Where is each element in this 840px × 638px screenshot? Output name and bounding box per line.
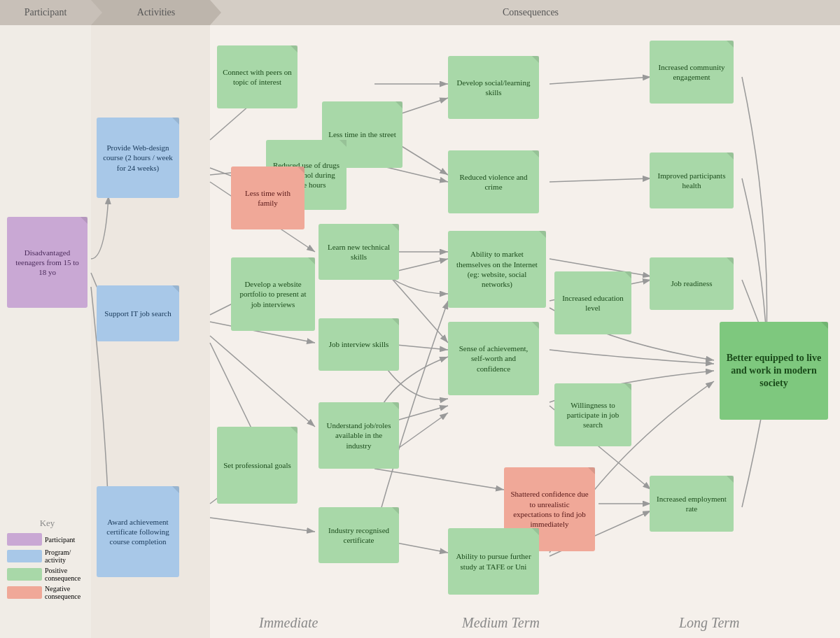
card-long5: Increased employment rate (650, 476, 734, 532)
card-participant: Disadvantaged teenagers from 15 to 18 yo (7, 217, 88, 308)
card-med4: Sense of achievement, self-worth and con… (448, 322, 539, 395)
card-med1: Develop social/learning skills (448, 56, 539, 119)
card-long2: Improved participants health (650, 153, 734, 208)
card-med5: Increased education level (554, 271, 631, 334)
label-long: Long Term (679, 615, 740, 631)
key-label-program: Program/ activity (45, 548, 88, 564)
key-label-positive: Positive consequence (45, 567, 88, 582)
card-imm8: Understand job/roles available in the in… (318, 402, 399, 469)
card-imm1: Connect with peers on topic of interest (217, 45, 298, 108)
key-item-participant: Participant (7, 533, 88, 546)
key-label-negative: Negative consequence (45, 585, 88, 600)
card-imm10: Industry recognised certificate (318, 507, 399, 563)
card-imm6: Develop a website portfolio to present a… (231, 257, 315, 331)
key-item-negative: Negative consequence (7, 585, 88, 600)
card-activity2: Support IT job search (97, 285, 179, 341)
label-immediate: Immediate (259, 615, 318, 631)
card-med3: Ability to market themselves on the Inte… (448, 231, 546, 308)
card-long1: Increased community engagement (650, 41, 734, 104)
key-box: Key Participant Program/ activity Positi… (7, 518, 88, 603)
header-bar: Participant Activities Consequences (0, 0, 840, 25)
card-imm3: Less time with family (231, 166, 304, 229)
key-swatch-participant (7, 533, 42, 546)
header-participant-label: Participant (0, 0, 91, 25)
key-item-program: Program/ activity (7, 548, 88, 564)
card-imm7: Job interview skills (318, 318, 399, 371)
card-imm5: Learn new technical skills (318, 224, 399, 280)
card-long4: Better equipped to live and work in mode… (720, 322, 828, 420)
card-imm9: Set professional goals (217, 427, 298, 504)
key-label-participant: Participant (45, 536, 75, 544)
key-swatch-program (7, 550, 42, 562)
diagram-container: Participant Activities Consequences (0, 0, 840, 638)
card-activity1: Provide Web-design course (2 hours / wee… (97, 118, 179, 198)
card-med2: Reduced violence and crime (448, 150, 539, 213)
card-long3: Job readiness (650, 257, 734, 310)
header-activities-label: Activities (91, 0, 210, 25)
key-swatch-positive (7, 568, 42, 581)
card-med8: Ability to pursue further study at TAFE … (448, 528, 539, 595)
card-med6: Willingness to participate in job search (554, 383, 631, 446)
key-title: Key (7, 518, 88, 529)
label-medium: Medium Term (462, 615, 540, 631)
card-activity3: Award achievement certificate following … (97, 486, 179, 577)
header-consequences-label: Consequences (210, 0, 840, 25)
key-swatch-negative (7, 586, 42, 599)
key-item-positive: Positive consequence (7, 567, 88, 582)
